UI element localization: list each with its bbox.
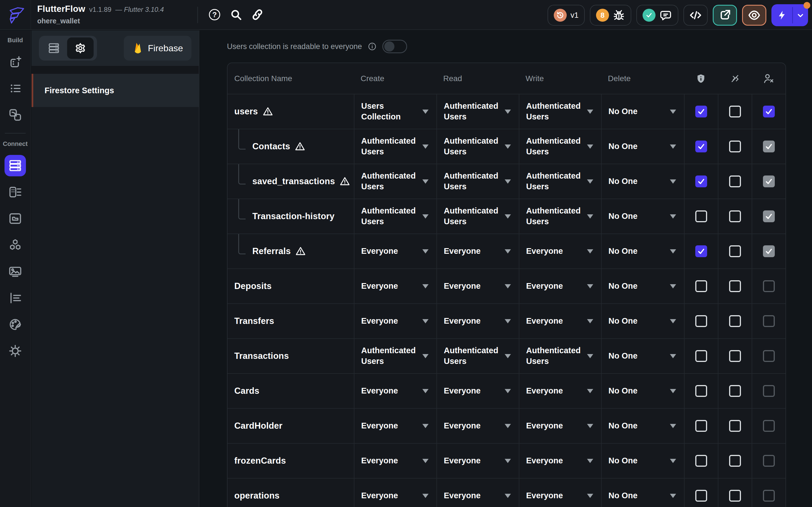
write-permission-dropdown[interactable]: Everyone: [519, 478, 601, 507]
shield-rule-checkbox[interactable]: [695, 490, 707, 502]
preview-button[interactable]: [742, 5, 766, 25]
write-permission-dropdown[interactable]: Everyone: [519, 409, 601, 443]
userx-rule-checkbox[interactable]: [763, 350, 775, 362]
version-badge[interactable]: v1: [548, 5, 585, 25]
userx-rule-checkbox[interactable]: [763, 420, 775, 432]
shield-rule-checkbox[interactable]: [695, 385, 707, 397]
create-permission-dropdown[interactable]: Authenticated Users: [354, 199, 437, 233]
read-permission-dropdown[interactable]: Everyone: [437, 304, 519, 338]
write-permission-dropdown[interactable]: Authenticated Users: [519, 339, 601, 373]
write-permission-dropdown[interactable]: Authenticated Users: [519, 164, 601, 199]
create-permission-dropdown[interactable]: Everyone: [354, 304, 437, 338]
panel-item-firestore-settings[interactable]: Firestore Settings: [32, 74, 199, 107]
tag-rule-checkbox[interactable]: [729, 420, 741, 432]
shield-rule-checkbox[interactable]: [695, 106, 707, 117]
shield-rule-checkbox[interactable]: [695, 245, 707, 257]
userx-rule-checkbox[interactable]: [763, 210, 775, 222]
read-permission-dropdown[interactable]: Authenticated Users: [437, 199, 519, 233]
tag-rule-checkbox[interactable]: [729, 106, 741, 117]
userx-rule-checkbox[interactable]: [763, 245, 775, 257]
read-permission-dropdown[interactable]: Everyone: [437, 269, 519, 303]
create-permission-dropdown[interactable]: Everyone: [354, 269, 437, 303]
sidebar-item-settings[interactable]: [4, 340, 26, 362]
create-permission-dropdown[interactable]: Everyone: [354, 478, 437, 507]
delete-permission-dropdown[interactable]: No One: [601, 304, 684, 338]
read-permission-dropdown[interactable]: Everyone: [437, 374, 519, 408]
run-button[interactable]: [771, 4, 808, 26]
sidebar-item-storage[interactable]: [4, 208, 26, 229]
help-button[interactable]: ?: [208, 8, 221, 21]
shield-rule-checkbox[interactable]: [695, 350, 707, 362]
read-permission-dropdown[interactable]: Authenticated Users: [437, 94, 519, 129]
read-permission-dropdown[interactable]: Everyone: [437, 409, 519, 443]
tab-settings[interactable]: [67, 38, 94, 59]
tag-rule-checkbox[interactable]: [729, 210, 741, 222]
review-badge[interactable]: [637, 5, 678, 25]
shield-rule-checkbox[interactable]: [695, 315, 707, 327]
share-project-button[interactable]: [713, 5, 737, 25]
tag-rule-checkbox[interactable]: [729, 245, 741, 257]
write-permission-dropdown[interactable]: Everyone: [519, 234, 601, 269]
firebase-button[interactable]: Firebase: [124, 36, 192, 61]
tag-rule-checkbox[interactable]: [729, 140, 741, 152]
create-permission-dropdown[interactable]: Authenticated Users: [354, 129, 437, 164]
userx-rule-checkbox[interactable]: [763, 490, 775, 502]
delete-permission-dropdown[interactable]: No One: [601, 339, 684, 373]
userx-rule-checkbox[interactable]: [763, 140, 775, 152]
readable-toggle[interactable]: [382, 40, 407, 53]
read-permission-dropdown[interactable]: Authenticated Users: [437, 129, 519, 164]
tag-rule-checkbox[interactable]: [729, 385, 741, 397]
userx-rule-checkbox[interactable]: [763, 280, 775, 292]
read-permission-dropdown[interactable]: Authenticated Users: [437, 164, 519, 199]
sidebar-item-integrations[interactable]: [4, 234, 26, 256]
tab-collections[interactable]: [41, 38, 67, 59]
shield-rule-checkbox[interactable]: [695, 455, 707, 467]
tag-rule-checkbox[interactable]: [729, 455, 741, 467]
view-code-button[interactable]: [683, 5, 708, 25]
sidebar-item-firestore[interactable]: [4, 155, 26, 176]
delete-permission-dropdown[interactable]: No One: [601, 409, 684, 443]
delete-permission-dropdown[interactable]: No One: [601, 94, 684, 129]
userx-rule-checkbox[interactable]: [763, 455, 775, 467]
sidebar-item-theme[interactable]: [4, 314, 26, 335]
read-permission-dropdown[interactable]: Everyone: [437, 234, 519, 269]
write-permission-dropdown[interactable]: Authenticated Users: [519, 94, 601, 129]
delete-permission-dropdown[interactable]: No One: [601, 234, 684, 269]
sidebar-item-data-types[interactable]: [4, 181, 26, 203]
userx-rule-checkbox[interactable]: [763, 106, 775, 117]
write-permission-dropdown[interactable]: Authenticated Users: [519, 199, 601, 233]
shield-rule-checkbox[interactable]: [695, 175, 707, 187]
userx-rule-checkbox[interactable]: [763, 175, 775, 187]
delete-permission-dropdown[interactable]: No One: [601, 199, 684, 233]
link-button[interactable]: [251, 8, 264, 21]
shield-rule-checkbox[interactable]: [695, 280, 707, 292]
sidebar-item-components[interactable]: [4, 104, 26, 126]
delete-permission-dropdown[interactable]: No One: [601, 129, 684, 164]
shield-rule-checkbox[interactable]: [695, 210, 707, 222]
search-button[interactable]: [230, 8, 243, 21]
read-permission-dropdown[interactable]: Authenticated Users: [437, 339, 519, 373]
write-permission-dropdown[interactable]: Authenticated Users: [519, 129, 601, 164]
write-permission-dropdown[interactable]: Everyone: [519, 304, 601, 338]
sidebar-item-custom-code[interactable]: [4, 287, 26, 309]
userx-rule-checkbox[interactable]: [763, 385, 775, 397]
create-permission-dropdown[interactable]: Authenticated Users: [354, 339, 437, 373]
create-permission-dropdown[interactable]: Users Collection: [354, 94, 437, 129]
tag-rule-checkbox[interactable]: [729, 175, 741, 187]
userx-rule-checkbox[interactable]: [763, 315, 775, 327]
write-permission-dropdown[interactable]: Everyone: [519, 269, 601, 303]
sidebar-item-widgets[interactable]: [4, 51, 26, 73]
tag-rule-checkbox[interactable]: [729, 350, 741, 362]
create-permission-dropdown[interactable]: Authenticated Users: [354, 164, 437, 199]
create-permission-dropdown[interactable]: Everyone: [354, 409, 437, 443]
shield-rule-checkbox[interactable]: [695, 420, 707, 432]
read-permission-dropdown[interactable]: Everyone: [437, 478, 519, 507]
issues-badge[interactable]: 8: [590, 5, 631, 25]
create-permission-dropdown[interactable]: Everyone: [354, 374, 437, 408]
write-permission-dropdown[interactable]: Everyone: [519, 374, 601, 408]
sidebar-item-pages[interactable]: [4, 78, 26, 99]
delete-permission-dropdown[interactable]: No One: [601, 164, 684, 199]
flutterflow-logo[interactable]: [0, 0, 31, 29]
delete-permission-dropdown[interactable]: No One: [601, 478, 684, 507]
create-permission-dropdown[interactable]: Everyone: [354, 444, 437, 478]
